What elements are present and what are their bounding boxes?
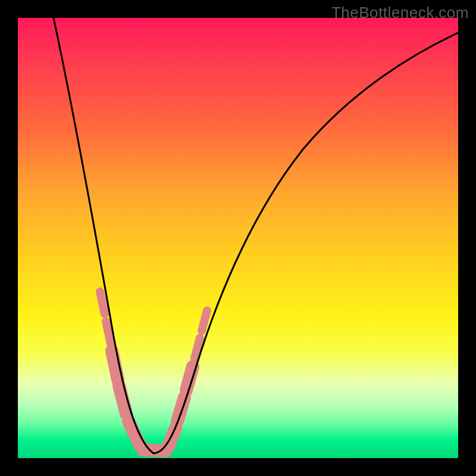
highlight-group [100, 292, 207, 451]
chart-frame [18, 18, 458, 458]
highlight-seg-2 [106, 321, 111, 344]
highlight-seg-1 [100, 292, 105, 314]
highlight-seg-11 [202, 311, 207, 331]
chart-overlay-svg [18, 18, 458, 458]
